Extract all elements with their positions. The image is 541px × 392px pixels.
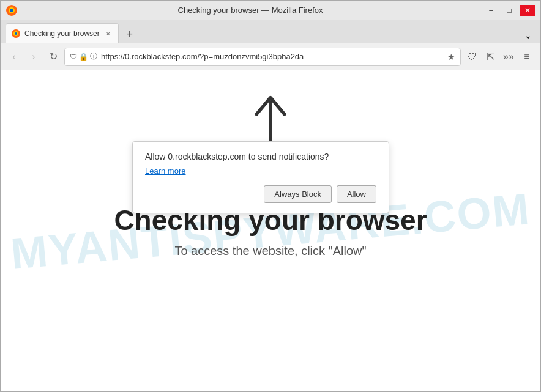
tab-close-button[interactable]: ×	[103, 29, 113, 39]
close-button[interactable]: ✕	[520, 5, 535, 16]
sub-heading: To access the website, click "Allow"	[174, 244, 366, 258]
always-block-button[interactable]: Always Block	[264, 185, 332, 203]
menu-button[interactable]: ≡	[518, 48, 535, 65]
tab-list-button[interactable]: ⌄	[521, 28, 535, 43]
account-button[interactable]: 🛡	[463, 48, 480, 65]
overflow-icon: »»	[503, 51, 514, 62]
title-bar: Checking your browser — Mozilla Firefox …	[1, 1, 540, 20]
url-text: https://0.rockblackstep.com/?p=muzdonzvm…	[101, 52, 444, 61]
svg-point-2	[10, 9, 13, 12]
minimize-button[interactable]: −	[483, 5, 499, 16]
account-icon: 🛡	[467, 51, 477, 62]
learn-more-link[interactable]: Learn more	[145, 166, 376, 176]
active-tab[interactable]: Checking your browser ×	[6, 23, 119, 43]
page-content: Allow 0.rockblackstep.com to send notifi…	[1, 70, 540, 391]
nav-bar: ‹ › ↻ 🛡 🔒 ⓘ https://0.rockblackstep.com/…	[1, 43, 540, 70]
extensions-button[interactable]: ⇱	[482, 48, 499, 65]
window-controls: − □ ✕	[483, 5, 535, 16]
lock-icon: 🔒	[79, 53, 88, 61]
overflow-button[interactable]: »»	[500, 48, 517, 65]
back-icon: ‹	[12, 51, 15, 62]
back-button[interactable]: ‹	[6, 48, 23, 65]
maximize-button[interactable]: □	[501, 5, 517, 16]
tab-favicon-icon	[11, 29, 21, 39]
extensions-icon: ⇱	[487, 51, 494, 62]
notification-buttons: Always Block Allow	[145, 185, 376, 203]
title-bar-left	[6, 4, 18, 17]
notification-popup: Allow 0.rockblackstep.com to send notifi…	[132, 141, 389, 213]
browser-window: Checking your browser — Mozilla Firefox …	[0, 0, 541, 392]
firefox-logo-icon	[6, 4, 18, 17]
info-icon: ⓘ	[90, 51, 97, 62]
address-right-icons: ★	[447, 52, 455, 62]
tab-bar: Checking your browser × + ⌄	[1, 20, 540, 43]
title-bar-title: Checking your browser — Mozilla Firefox	[18, 6, 483, 15]
svg-point-5	[15, 32, 17, 35]
hamburger-icon: ≡	[524, 51, 529, 62]
new-tab-button[interactable]: +	[121, 26, 138, 43]
shield-icon: 🛡	[70, 53, 77, 61]
notification-title: Allow 0.rockblackstep.com to send notifi…	[145, 152, 376, 161]
bookmark-icon[interactable]: ★	[447, 52, 455, 62]
forward-icon: ›	[32, 51, 35, 62]
tab-label: Checking your browser	[24, 29, 100, 38]
refresh-button[interactable]: ↻	[45, 48, 62, 65]
nav-right-icons: 🛡 ⇱ »» ≡	[463, 48, 535, 65]
address-bar[interactable]: 🛡 🔒 ⓘ https://0.rockblackstep.com/?p=muz…	[64, 48, 461, 66]
address-security-icons: 🛡 🔒 ⓘ	[70, 51, 97, 62]
refresh-icon: ↻	[50, 51, 58, 62]
forward-button[interactable]: ›	[25, 48, 42, 65]
allow-button[interactable]: Allow	[337, 185, 376, 203]
tab-bar-right: ⌄	[521, 28, 535, 43]
